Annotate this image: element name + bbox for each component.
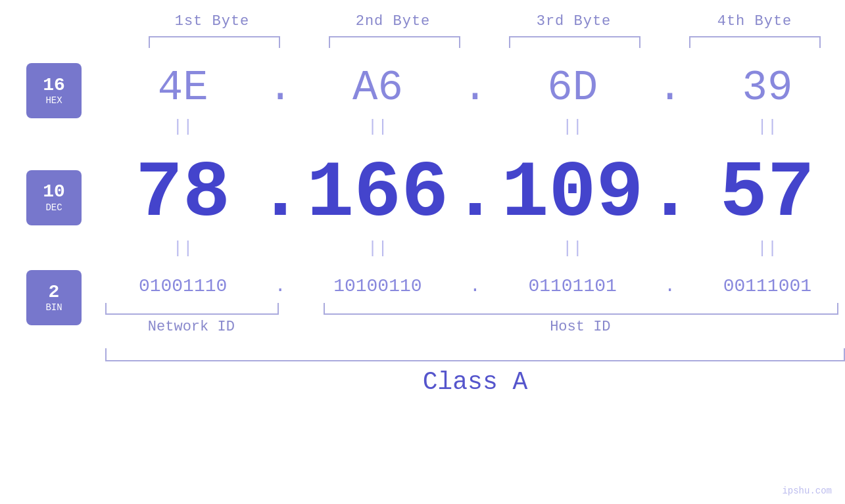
top-brackets	[0, 36, 845, 48]
main-container: 1st Byte 2nd Byte 3rd Byte 4th Byte 16 H…	[0, 0, 845, 504]
byte-label-1: 1st Byte	[122, 13, 302, 30]
dec-row: 78 . 166 . 109 . 57	[105, 154, 845, 233]
bin-dot-1: .	[260, 276, 300, 296]
badge-column: 16 HEX 10 DEC 2 BIN	[26, 61, 105, 396]
watermark: ipshu.com	[782, 486, 832, 496]
hex-val-4: 39	[690, 64, 845, 112]
bracket-top-3	[509, 36, 640, 48]
class-label-row: Class A	[105, 368, 845, 396]
bin-dot-3: .	[650, 276, 690, 296]
dec-val-2: 166	[300, 154, 455, 233]
eq-row-1: || || || ||	[105, 112, 845, 141]
big-bracket	[105, 348, 845, 361]
bin-val-2: 10100110	[300, 276, 455, 296]
bin-val-3: 01101101	[495, 276, 650, 296]
hex-row: 4E . A6 . 6D . 39	[105, 64, 845, 112]
hex-dot-3: .	[650, 64, 690, 112]
bin-val-1: 01001110	[105, 276, 260, 296]
dec-dot-3: .	[650, 154, 690, 233]
bin-row: 01001110 . 10100110 . 01101101 .	[105, 276, 845, 296]
class-label: Class A	[423, 368, 528, 396]
hex-val-3: 6D	[495, 64, 650, 112]
bin-dot-2: .	[456, 276, 495, 296]
dec-dot-1: .	[260, 154, 300, 233]
badge-bin-label: BIN	[45, 302, 62, 313]
dec-val-1: 78	[105, 154, 260, 233]
bracket-top-1	[149, 36, 280, 48]
bracket-gap	[284, 303, 324, 315]
badge-dec-label: DEC	[45, 202, 62, 213]
byte-label-3: 3rd Byte	[483, 13, 664, 30]
id-gap	[283, 319, 322, 335]
dec-dot-2: .	[456, 154, 495, 233]
hex-val-1: 4E	[105, 64, 260, 112]
eq-2-2: ||	[300, 239, 455, 258]
eq-1-2: ||	[300, 117, 455, 137]
dec-val-4: 57	[690, 154, 845, 233]
badge-bin-wrapper: 2 BIN	[26, 275, 105, 321]
bin-val-4: 00111001	[690, 276, 845, 296]
badge-dec: 10 DEC	[26, 170, 82, 225]
host-id-label: Host ID	[322, 319, 838, 335]
badge-dec-wrapper: 10 DEC	[26, 150, 105, 245]
eq-2-3: ||	[495, 239, 650, 258]
badge-hex-number: 16	[43, 76, 65, 96]
eq-1-3: ||	[495, 117, 650, 137]
grid-section: 4E . A6 . 6D . 39	[105, 61, 845, 396]
eq-1-4: ||	[690, 117, 845, 137]
bottom-brackets-row	[105, 303, 845, 315]
hex-dot-1: .	[260, 64, 300, 112]
dec-val-3: 109	[495, 154, 650, 233]
spacer-1	[26, 120, 105, 150]
byte-label-4: 4th Byte	[664, 13, 845, 30]
byte-label-2: 2nd Byte	[302, 13, 483, 30]
badge-dec-number: 10	[43, 182, 65, 202]
hex-val-2: A6	[300, 64, 455, 112]
byte-labels-row: 1st Byte 2nd Byte 3rd Byte 4th Byte	[0, 13, 845, 30]
id-labels-row: Network ID Host ID	[105, 319, 845, 335]
badge-bin-number: 2	[49, 283, 60, 303]
middle-layout: 16 HEX 10 DEC 2 BIN	[0, 61, 845, 396]
hex-dot-2: .	[456, 64, 495, 112]
eq-2-1: ||	[105, 239, 260, 258]
eq-1-1: ||	[105, 117, 260, 137]
badge-hex: 16 HEX	[26, 63, 82, 118]
bracket-bottom-network	[105, 303, 279, 315]
eq-2-4: ||	[690, 239, 845, 258]
network-id-label: Network ID	[105, 319, 278, 335]
bracket-top-4	[689, 36, 821, 48]
badge-hex-wrapper: 16 HEX	[26, 61, 105, 120]
bracket-top-2	[329, 36, 460, 48]
badge-hex-label: HEX	[45, 95, 62, 106]
badge-bin: 2 BIN	[26, 270, 82, 325]
bracket-bottom-host	[324, 303, 838, 315]
